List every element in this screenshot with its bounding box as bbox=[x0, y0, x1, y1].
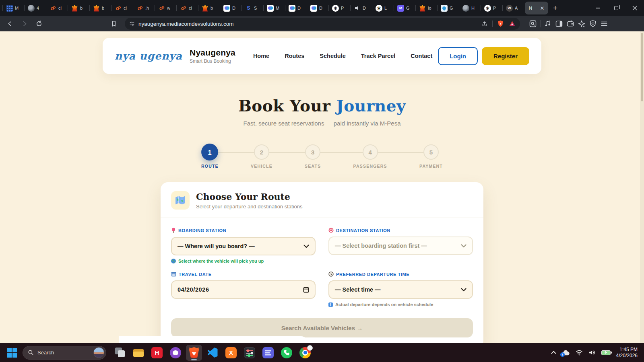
nav-link[interactable]: Track Parcel bbox=[361, 53, 395, 59]
taskbar-app-icon bbox=[262, 347, 274, 358]
step-number: 1 bbox=[201, 144, 218, 160]
stepper-step[interactable]: 5 PAYMENT bbox=[419, 144, 443, 169]
taskbar-app-button[interactable] bbox=[223, 345, 239, 361]
taskbar-app-button[interactable] bbox=[204, 345, 221, 361]
browser-tab[interactable]: G bbox=[394, 1, 415, 15]
browser-tab[interactable]: H bbox=[459, 1, 481, 15]
taskbar-app-button[interactable] bbox=[260, 345, 276, 361]
taskbar-app-button[interactable] bbox=[167, 345, 184, 361]
taskbar-app-button[interactable] bbox=[186, 345, 202, 361]
taskbar-search[interactable]: Search bbox=[23, 346, 106, 360]
browser-tab[interactable]: P bbox=[328, 1, 350, 15]
browser-tab[interactable]: A bbox=[502, 1, 524, 15]
browser-tab[interactable]: 4 bbox=[24, 1, 46, 15]
nav-link[interactable]: Schedule bbox=[320, 53, 345, 59]
window-restore-button[interactable] bbox=[607, 0, 625, 16]
target-icon bbox=[328, 228, 334, 233]
destination-station-select[interactable]: — Select boarding station first — bbox=[328, 237, 473, 255]
onedrive-icon[interactable]: i bbox=[561, 350, 570, 356]
window-close-button[interactable] bbox=[625, 0, 644, 16]
register-button[interactable]: Register bbox=[482, 47, 529, 65]
vpn-icon[interactable] bbox=[589, 20, 597, 28]
taskbar-app-button[interactable] bbox=[130, 345, 147, 361]
browser-tab[interactable]: D bbox=[220, 1, 242, 15]
brave-shields-icon[interactable] bbox=[497, 20, 504, 28]
login-button[interactable]: Login bbox=[438, 47, 478, 65]
browser-tab[interactable]: M bbox=[263, 1, 285, 15]
address-bar[interactable]: nyaugenya.mediacomdevsolutions.com bbox=[125, 18, 520, 30]
browser-tab[interactable]: cl bbox=[176, 1, 198, 15]
browser-tab[interactable]: D bbox=[285, 1, 307, 15]
browser-tab[interactable]: b bbox=[89, 1, 111, 15]
browser-tab[interactable]: M bbox=[2, 1, 24, 15]
browser-tab[interactable]: b bbox=[68, 1, 89, 15]
browser-tab[interactable]: w bbox=[155, 1, 176, 15]
taskbar-app-button[interactable] bbox=[242, 345, 258, 361]
search-tab-icon[interactable] bbox=[529, 20, 537, 28]
wallet-icon[interactable] bbox=[566, 20, 574, 28]
nav-link[interactable]: Routes bbox=[285, 53, 304, 59]
new-tab-button[interactable]: + bbox=[553, 4, 557, 12]
tab-title: cl bbox=[189, 6, 192, 10]
page-title-accent: Journey bbox=[336, 97, 406, 115]
browser-tab[interactable]: .h bbox=[133, 1, 155, 15]
browser-tab[interactable]: S bbox=[242, 1, 263, 15]
browser-tab[interactable]: D bbox=[350, 1, 372, 15]
search-highlight-image[interactable] bbox=[93, 347, 104, 358]
date-picker-icon[interactable] bbox=[303, 286, 309, 293]
chevron-down-icon bbox=[461, 288, 466, 292]
stepper-step[interactable]: 2 VEHICLE bbox=[251, 144, 272, 169]
taskbar-app-button[interactable] bbox=[149, 345, 165, 361]
stepper-step[interactable]: 4 PASSENGERS bbox=[353, 144, 387, 169]
volume-icon[interactable] bbox=[588, 350, 596, 356]
back-button[interactable] bbox=[4, 18, 16, 30]
forward-button[interactable] bbox=[19, 18, 31, 30]
boarding-station-select[interactable]: — Where will you board? — bbox=[171, 237, 316, 255]
sidebar-icon[interactable] bbox=[555, 20, 563, 28]
bookmarks-button[interactable] bbox=[108, 18, 120, 30]
start-button[interactable] bbox=[4, 345, 19, 360]
hidden-icons-chevron[interactable] bbox=[552, 350, 555, 355]
tab-title: D bbox=[232, 6, 235, 10]
taskbar-app-button[interactable] bbox=[279, 345, 295, 361]
brave-rewards-icon[interactable] bbox=[508, 20, 516, 27]
tab-title: A bbox=[515, 6, 518, 10]
battery-icon[interactable] bbox=[601, 350, 611, 355]
wifi-icon[interactable] bbox=[576, 350, 583, 356]
browser-tab[interactable]: L bbox=[372, 1, 394, 15]
leo-ai-icon[interactable] bbox=[578, 20, 586, 28]
nav-link[interactable]: Contact bbox=[411, 53, 432, 59]
browser-tab[interactable]: D bbox=[307, 1, 328, 15]
nav-link[interactable]: Home bbox=[253, 53, 269, 59]
reload-button[interactable] bbox=[33, 18, 45, 30]
departure-time-select[interactable]: — Select time — bbox=[328, 280, 473, 299]
browser-tab[interactable]: lo bbox=[415, 1, 437, 15]
browser-tab[interactable]: P bbox=[481, 1, 502, 15]
brand[interactable]: nya ugenya Nyaugenya Smart Bus Booking bbox=[115, 48, 248, 64]
taskbar-clock[interactable]: 1:45 PM 4/20/2026 bbox=[616, 347, 638, 359]
menu-icon[interactable] bbox=[600, 20, 608, 28]
taskbar-app-button[interactable] bbox=[112, 345, 128, 361]
url-text[interactable]: nyaugenya.mediacomdevsolutions.com bbox=[138, 21, 478, 27]
scrollbar-thumb[interactable] bbox=[641, 33, 643, 101]
travel-date-input[interactable]: 04/20/2026 bbox=[171, 280, 316, 299]
browser-tab-strip: M 4 cl b b cl bbox=[0, 0, 644, 16]
media-icon[interactable] bbox=[544, 20, 552, 28]
stepper-step[interactable]: 1 ROUTE bbox=[201, 144, 219, 169]
search-vehicles-button[interactable]: Search Available Vehicles → bbox=[171, 318, 473, 337]
share-icon[interactable] bbox=[481, 21, 488, 27]
site-settings-icon[interactable] bbox=[129, 21, 135, 27]
browser-tab[interactable]: cl bbox=[111, 1, 133, 15]
tab-title: 4 bbox=[37, 6, 39, 10]
browser-tab[interactable]: cl bbox=[46, 1, 68, 15]
taskbar-app-icon bbox=[114, 347, 126, 358]
taskbar-app-button[interactable] bbox=[297, 345, 313, 361]
browser-tab-active[interactable]: N ✕ bbox=[525, 2, 548, 14]
stepper-step[interactable]: 3 SEATS bbox=[305, 144, 321, 169]
tab-title: cl bbox=[124, 6, 127, 10]
window-minimize-button[interactable] bbox=[588, 0, 607, 16]
browser-tab[interactable]: G bbox=[437, 1, 459, 15]
page-scrollbar[interactable] bbox=[640, 31, 644, 343]
tab-close-icon[interactable]: ✕ bbox=[540, 6, 544, 11]
browser-tab[interactable]: b bbox=[198, 1, 220, 15]
